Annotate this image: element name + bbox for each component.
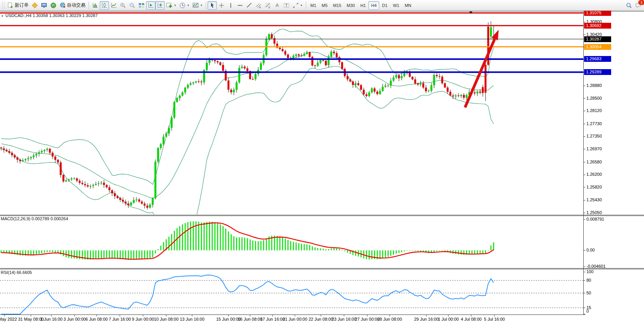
candle-body [282,49,284,51]
chevron-down-icon: ▼ [200,4,203,7]
tab-timeframe-w1[interactable]: W1 [390,1,402,10]
macd-histogram-bar [39,250,40,254]
tile-windows-button[interactable] [137,1,146,10]
tab-timeframe-h1[interactable]: H1 [358,1,368,10]
channel-button[interactable]: E [254,1,263,10]
macd-histogram-bar [190,221,191,250]
candle-body [431,85,433,91]
rsi-pane[interactable] [0,275,583,314]
bollinger-lower-band [1,66,494,248]
tab-timeframe-m1[interactable]: M1 [308,1,319,10]
candle-body [60,162,62,175]
macd-histogram-bar [44,250,45,253]
tab-timeframe-m5[interactable]: M5 [319,1,330,10]
candle-body [195,82,197,82]
macd-histogram-bar [317,248,319,250]
crosshair-button[interactable] [217,1,226,10]
zoom-in-button[interactable] [118,1,128,10]
bar-chart-button[interactable] [90,1,100,10]
macd-histogram-bar [144,250,145,258]
macd-histogram-bar [436,250,438,251]
candle-body [401,76,403,78]
candle-body [206,63,208,70]
candle-body [0,148,2,148]
tab-timeframe-h4[interactable]: H4 [368,1,379,10]
toolbar-drag-handle[interactable] [2,2,5,9]
trendline-button[interactable] [245,1,254,10]
zoom-out-button[interactable] [128,1,137,10]
macd-histogram-bar [247,238,248,250]
tab-timeframe-d1[interactable]: D1 [379,1,390,10]
macd-histogram-bar [147,250,148,258]
macd-histogram-bar [342,250,343,250]
macd-histogram-bar [458,250,459,255]
auto-scroll-button[interactable] [146,1,155,10]
periods-button[interactable]: ▼ [178,1,191,10]
macd-histogram-bar [344,250,346,251]
candle-body [490,27,492,37]
trend-arrow[interactable] [465,30,499,107]
data-window-button[interactable] [39,1,49,10]
macd-pane[interactable] [1,221,494,260]
horizontal-line-button[interactable] [235,1,245,10]
rsi-line [1,275,494,314]
macd-histogram-bar [382,250,383,258]
macd-histogram-bar [225,229,227,251]
rsi-indicator-label: RSI(14) 66.6605 [1,270,32,275]
candle-body [46,149,48,150]
candle-body [17,158,19,160]
vertical-line-button[interactable] [226,1,235,10]
macd-histogram-bar [255,241,256,250]
cursor-button[interactable] [208,1,217,10]
timeframe-group: M1M5M15M30H1H4D1W1MN [308,1,414,10]
macd-histogram-bar [244,238,245,250]
candle-body [90,186,92,187]
tab-timeframe-m30[interactable]: M30 [344,1,358,10]
tab-timeframe-m15[interactable]: M15 [330,1,344,10]
chart-shift-button[interactable] [155,1,165,10]
candle-body [366,94,368,96]
search-button[interactable] [624,1,634,10]
text-button[interactable]: A [273,1,282,10]
market-watch-button[interactable] [30,1,39,10]
chevron-down-icon: ▼ [187,4,189,7]
chevron-down-icon: ▼ [174,4,176,7]
navigator-button[interactable] [49,1,58,10]
notifications-button[interactable]: 1 [634,1,643,10]
macd-histogram-bar [198,222,199,250]
tab-timeframe-mn[interactable]: MN [402,1,414,10]
line-chart-button[interactable] [109,1,118,10]
candle-body [328,56,330,65]
macd-histogram-bar [204,223,205,251]
macd-histogram-bar [328,249,329,250]
fibonacci-button[interactable]: F [263,1,273,10]
candle-body [214,60,216,61]
text-label-button[interactable]: T [282,1,291,10]
new-order-button[interactable]: 新订单 [6,1,30,10]
candle-body [103,183,105,185]
separator [89,2,89,9]
macd-histogram-bar [385,250,386,258]
candle-body [201,82,203,82]
templates-button[interactable]: ▼ [191,1,204,10]
macd-histogram-bar [463,250,465,255]
candle-body [79,181,81,183]
svg-text:A: A [276,3,279,8]
candle-body [144,204,146,206]
auto-trading-button[interactable]: 自动交易 [58,1,87,10]
chart-canvas[interactable] [0,0,644,323]
candle-body [136,199,138,200]
main-price-pane[interactable] [0,21,495,248]
candle-body [385,86,387,87]
candle-body [6,150,8,151]
candlestick-chart-button[interactable] [100,1,109,10]
svg-text:T: T [285,3,288,8]
toolbar: 新订单 自动交易 ▼ ▼ ▼ [0,0,644,11]
arrows-button[interactable]: ▼ [291,1,304,10]
indicators-button[interactable]: ▼ [165,1,178,10]
market-watch-icon [32,2,38,8]
candle-body [255,74,257,79]
candle-body [260,63,262,70]
macd-histogram-bar [415,250,416,251]
candle-body [322,60,324,61]
